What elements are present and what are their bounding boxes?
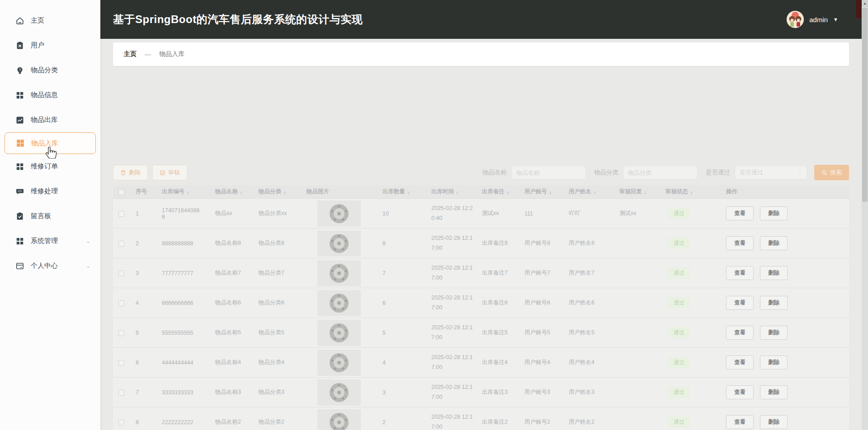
- vertical-scrollbar[interactable]: ▲: [862, 0, 868, 430]
- view-button[interactable]: 查看: [726, 326, 754, 340]
- row-checkbox[interactable]: [118, 360, 124, 366]
- delete-row-button[interactable]: 删除: [760, 355, 788, 369]
- row-checkbox[interactable]: [118, 300, 124, 306]
- sidebar-item-9[interactable]: 系统管理 ⌄: [0, 229, 100, 253]
- delete-row-button[interactable]: 删除: [760, 206, 788, 220]
- row-checkbox[interactable]: [118, 420, 124, 425]
- sidebar-item-10[interactable]: 个人中心 ⌄: [0, 253, 100, 278]
- cell-index: 2: [130, 240, 156, 247]
- item-photo: [317, 379, 361, 406]
- cell-outbound-code: 5555555555: [156, 330, 210, 336]
- cell-item-name: 物品名称2: [210, 418, 253, 426]
- filter-select-2[interactable]: 是否通过⌄: [735, 166, 807, 179]
- delete-row-button[interactable]: 删除: [760, 385, 788, 399]
- sidebar-item-label: 物品分类: [31, 66, 58, 75]
- cell-index: 1: [130, 210, 156, 217]
- grid-icon: [15, 91, 24, 100]
- column-header-9[interactable]: 用户账号▲▼: [519, 188, 563, 196]
- sort-icon: ▲▼: [644, 191, 647, 195]
- sidebar-item-0[interactable]: 主页 ⌄: [0, 8, 100, 33]
- cell-quantity: 8: [377, 240, 426, 247]
- avatar[interactable]: [787, 11, 804, 28]
- filter-input-1[interactable]: [623, 166, 698, 179]
- sidebar-item-label: 用户: [31, 41, 44, 50]
- column-header-12[interactable]: 审核状态▲▼: [660, 188, 706, 196]
- view-button[interactable]: 查看: [726, 206, 754, 220]
- column-header-7[interactable]: 出库时间▲▼: [426, 187, 476, 196]
- column-header-1: 序号: [130, 188, 156, 196]
- delete-row-button[interactable]: 删除: [760, 326, 788, 340]
- audit-button[interactable]: 审核: [152, 165, 187, 180]
- sidebar-item-label: 主页: [31, 16, 44, 25]
- column-header-4[interactable]: 物品分类▲▼: [253, 188, 301, 196]
- column-header-8[interactable]: 出库备注▲▼: [476, 188, 519, 196]
- view-button[interactable]: 查看: [726, 355, 754, 369]
- sidebar-item-label: 物品入库: [31, 139, 58, 148]
- page-title: 基于SpringBoot的汽车售后服务系统的设计与实现: [100, 12, 363, 27]
- search-button[interactable]: 搜索: [814, 165, 849, 180]
- cell-remark: 出库备注6: [476, 299, 519, 307]
- column-header-6[interactable]: 出库数量▲▼: [377, 188, 426, 196]
- table-row: 1 1740716440886 物品xx 物品分类xx 10 2025-02-: [113, 199, 849, 229]
- cell-remark: 出库备注3: [476, 388, 519, 396]
- sidebar-item-1[interactable]: 用户 ⌄: [0, 33, 100, 58]
- view-button[interactable]: 查看: [726, 385, 754, 399]
- row-checkbox[interactable]: [118, 241, 124, 247]
- row-checkbox[interactable]: [118, 271, 124, 276]
- view-button[interactable]: 查看: [726, 296, 754, 310]
- scrollbar-thumb[interactable]: [862, 8, 868, 202]
- cell-item-name: 物品名称5: [210, 329, 253, 337]
- sort-icon: ▲▼: [456, 191, 459, 195]
- delete-row-button[interactable]: 删除: [760, 296, 788, 310]
- sidebar-item-8[interactable]: 留言板 ⌄: [0, 204, 100, 229]
- sidebar-item-3[interactable]: 物品信息 ⌄: [0, 83, 100, 108]
- delete-row-button[interactable]: 删除: [760, 266, 788, 280]
- filter-input-0[interactable]: [511, 166, 586, 179]
- cell-outbound-code: 6666666666: [156, 300, 210, 306]
- sidebar-item-2[interactable]: 物品分类 ⌄: [0, 58, 100, 83]
- view-button[interactable]: 查看: [726, 266, 754, 280]
- select-all-checkbox[interactable]: [118, 189, 124, 195]
- column-header-11[interactable]: 审核回复▲▼: [614, 188, 660, 196]
- status-badge: 通过: [668, 387, 690, 398]
- column-header-2[interactable]: 出库编号▲▼: [156, 188, 210, 196]
- cell-quantity: 2: [377, 419, 426, 425]
- cell-outbound-code: 3333333333: [156, 389, 210, 396]
- cell-time: 2025-02-28 12:20:40: [426, 204, 476, 223]
- row-checkbox[interactable]: [118, 330, 124, 336]
- sidebar-item-7[interactable]: 维修处理 ⌄: [0, 179, 100, 204]
- user-menu[interactable]: admin ▼: [787, 0, 838, 39]
- corner-decoration: [856, 0, 862, 18]
- column-header-10[interactable]: 用户姓名▲▼: [563, 188, 614, 196]
- scrollbar-up-icon[interactable]: ▲: [862, 0, 868, 7]
- row-checkbox[interactable]: [118, 211, 124, 217]
- column-header-3[interactable]: 物品名称▲▼: [210, 188, 253, 196]
- breadcrumb-home[interactable]: 主页: [124, 50, 137, 58]
- column-header-5: 物品照片: [301, 188, 377, 196]
- cell-outbound-code: 7777777777: [156, 270, 210, 276]
- table-row: 3 7777777777 物品名称7 物品分类7 7 2025-02-28 1: [113, 258, 849, 288]
- view-button[interactable]: 查看: [726, 236, 754, 250]
- cell-item-name: 物品xx: [210, 210, 253, 217]
- cell-outbound-code: 4444444444: [156, 360, 210, 366]
- cell-time: 2025-02-28 12:17:00: [426, 323, 476, 342]
- cell-index: 5: [130, 330, 156, 336]
- cell-outbound-code: 1740716440886: [156, 207, 210, 220]
- delete-row-button[interactable]: 删除: [760, 415, 788, 429]
- filter-label-2: 是否通过: [706, 168, 730, 177]
- delete-row-button[interactable]: 删除: [760, 236, 788, 250]
- batch-delete-button[interactable]: 删除: [113, 165, 148, 180]
- status-badge: 通过: [668, 357, 690, 368]
- row-checkbox[interactable]: [118, 390, 124, 396]
- sidebar-item-4[interactable]: 物品出库 ⌄: [0, 108, 100, 132]
- cell-index: 8: [130, 419, 156, 425]
- card-icon: [15, 262, 24, 271]
- view-button[interactable]: 查看: [726, 415, 754, 429]
- username-label: admin: [809, 16, 828, 23]
- sidebar: 主页 ⌄ 用户 ⌄ 物品分类 ⌄ 物品信息 ⌄ 物品出库 ⌄ 物品入库 ⌄ 维修…: [0, 0, 100, 430]
- breadcrumb-separator: —: [145, 51, 151, 58]
- item-photo: [317, 230, 361, 257]
- table-row: 2 8888888888 物品名称8 物品分类8 8 2025-02-28 1: [113, 229, 849, 258]
- header-bar: 基于SpringBoot的汽车售后服务系统的设计与实现 admin ▼: [100, 0, 862, 39]
- item-photo: [317, 201, 361, 227]
